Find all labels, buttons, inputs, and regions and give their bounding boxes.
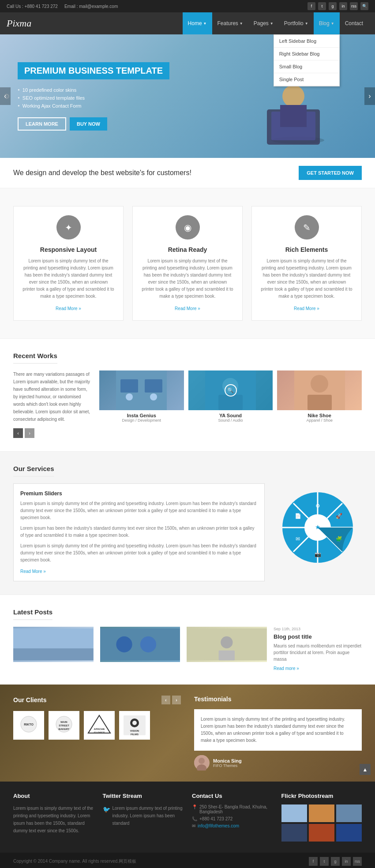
get-started-button[interactable]: GET STARTED NOW	[299, 166, 362, 180]
blog-right-sidebar[interactable]: Right Sidebar Blog	[274, 48, 339, 60]
work-thumb-1	[99, 370, 184, 410]
footer: About Lorem ipsum is simply dummy text o…	[0, 782, 375, 853]
flickr-grid	[281, 804, 362, 842]
work-overlay-2: 🔍	[188, 370, 273, 410]
footer-linkedin-icon[interactable]: in	[342, 857, 351, 866]
blog-left-sidebar[interactable]: Left Sidebar Blog	[274, 35, 339, 48]
nav-home[interactable]: Home ▼	[183, 12, 212, 34]
retina-icon: ◉	[176, 215, 200, 239]
nav-portfolio[interactable]: Portfolio ▼	[279, 12, 314, 34]
post-thumb-3	[187, 627, 267, 671]
service-read-more[interactable]: Read More »	[20, 569, 46, 574]
post-image-2	[100, 627, 180, 662]
clients-testimonials-section: Our Clients ‹ › RIKTO MAIN STREET BAKERY	[0, 685, 375, 782]
svg-text:APACHE: APACHE	[94, 728, 105, 730]
nav-portfolio-arrow: ▼	[305, 22, 308, 26]
footer-phone: 📞+880 41 723 272	[192, 816, 273, 821]
buy-now-button[interactable]: BUY NOW	[70, 117, 107, 131]
clients-next-button[interactable]: ›	[172, 696, 181, 704]
blog-small[interactable]: Small Blog	[274, 60, 339, 73]
nav-blog[interactable]: Blog ▼ Left Sidebar Blog Right Sidebar B…	[314, 12, 340, 34]
services-container: Premium Sliders Lorem ipsum is simply du…	[13, 483, 362, 581]
hero-feature-1: 10 predefined color skins	[18, 87, 169, 93]
rss-icon[interactable]: rss	[350, 2, 358, 10]
feature-read-more-1[interactable]: Read More	[56, 306, 81, 311]
footer-address: 📍250 Sher-E- Bangla Road, Khulna, Bangla…	[192, 804, 273, 814]
service-item: Premium Sliders Lorem ipsum is simply du…	[13, 483, 265, 581]
flickr-thumb-6	[336, 824, 362, 842]
nav-pages-arrow: ▼	[270, 22, 274, 26]
flickr-thumb-5	[309, 824, 334, 842]
post-image-3	[187, 627, 267, 662]
work-item-2: 🔍 YA Sound Sound / Audio	[188, 370, 273, 438]
clients-column: Our Clients ‹ › RIKTO MAIN STREET BAKERY	[13, 696, 181, 771]
hero-arrow-left[interactable]: ‹	[0, 87, 11, 105]
work-thumb-3	[277, 370, 362, 410]
nav-pages[interactable]: Pages ▼	[248, 12, 279, 34]
footer-google-icon[interactable]: g	[331, 857, 340, 866]
nav-features[interactable]: Features ▼	[212, 12, 248, 34]
google-plus-icon[interactable]: g	[329, 2, 337, 10]
works-container: There are many variations passages of Lo…	[13, 370, 362, 438]
learn-more-button[interactable]: LEARN MORE	[18, 117, 66, 131]
footer-contact-title: Contact Us	[192, 793, 273, 799]
footer-about-title: About	[13, 793, 94, 799]
flickr-thumb-4	[281, 824, 307, 842]
hero-arrow-right[interactable]: ›	[364, 87, 375, 105]
nav-contact[interactable]: Contact	[340, 12, 368, 34]
footer-email-link[interactable]: info@fifothemes.com	[198, 823, 239, 828]
work-cat-1: Design / Development	[99, 418, 184, 423]
work-name-2: YA Sound	[188, 413, 273, 418]
testimonials-column: Testimonials Lorem ipsum is simply dummy…	[194, 696, 362, 771]
service-desc-1: Lorem ipsum is simply dummy text of the …	[20, 500, 258, 521]
copyright-text: Copyright © 2014 Company name. All right…	[13, 858, 136, 864]
feature-card-retina: ◉ Retina Ready Lorem ipsum is simply dum…	[132, 206, 243, 321]
svg-point-37	[140, 636, 156, 652]
footer-about-text: Lorem ipsum is simply dummy text of the …	[13, 804, 94, 834]
work-item-1: Insta Genius Design / Development	[99, 370, 184, 438]
blog-single-post[interactable]: Single Post	[274, 73, 339, 86]
services-title: Our Services	[13, 465, 54, 477]
feature-card-rich: ✎ Rich Elements Lorem ipsum is simply du…	[251, 206, 362, 321]
twitter-icon[interactable]: t	[318, 2, 326, 10]
feature-read-more-3[interactable]: Read More	[294, 306, 319, 311]
post-date: Sep 11th, 2013	[274, 627, 362, 631]
author-avatar	[194, 755, 210, 771]
post-sidebar: Sep 11th, 2013 Blog post title Mauris se…	[274, 627, 362, 671]
works-prev-button[interactable]: ‹	[13, 428, 23, 438]
tagline-text: We design and develop the best website's…	[13, 169, 191, 177]
hero-buttons: LEARN MORE BUY NOW	[18, 117, 169, 131]
blog-dropdown: Left Sidebar Blog Right Sidebar Blog Sma…	[274, 34, 340, 86]
clients-prev-button[interactable]: ‹	[161, 696, 170, 704]
footer-facebook-icon[interactable]: f	[309, 857, 318, 866]
post-read-more[interactable]: Read more »	[274, 666, 299, 671]
feature-card-responsive: ✦ Responsive Layout Lorem ipsum is simpl…	[13, 206, 124, 321]
svg-point-56	[199, 758, 205, 764]
post-title: Blog post title	[274, 633, 362, 640]
search-icon[interactable]: 🔍	[360, 2, 368, 10]
works-next-button[interactable]: ›	[25, 428, 34, 438]
footer-twitter: Twitter Stream 🐦 Lorem ipsum dummy text …	[103, 793, 184, 842]
feature-read-more-2[interactable]: Read More	[175, 306, 200, 311]
svg-text:📄: 📄	[295, 513, 301, 519]
logo: Pixma	[7, 18, 31, 29]
svg-text:🚀: 🚀	[336, 513, 342, 519]
service-desc-2: Lorem ipsum has been the industry's stan…	[20, 525, 258, 539]
flickr-thumb-2	[309, 804, 334, 822]
latest-posts-title: Latest Posts	[13, 608, 52, 620]
search-overlay-icon: 🔍	[225, 384, 237, 397]
recent-works-section: Recent Works There are many variations p…	[0, 339, 375, 451]
works-description: There are many variations passages of Lo…	[13, 370, 93, 438]
linkedin-icon[interactable]: in	[339, 2, 347, 10]
scroll-top-button[interactable]: ▲	[360, 764, 371, 775]
service-item-title: Premium Sliders	[20, 490, 258, 497]
top-bar-left: Call Us : +880 41 723 272 Email : mail@e…	[7, 4, 118, 9]
svg-text:CLOSET: CLOSET	[94, 731, 105, 734]
feature-title-2: Retina Ready	[142, 246, 233, 253]
facebook-icon[interactable]: f	[308, 2, 315, 10]
svg-text:🧩: 🧩	[336, 535, 342, 542]
rich-elements-icon: ✎	[295, 215, 319, 239]
footer-twitter-icon[interactable]: t	[320, 857, 329, 866]
footer-rss-icon[interactable]: rss	[353, 857, 362, 866]
footer-flickr: Flickr Photostream	[281, 793, 362, 842]
